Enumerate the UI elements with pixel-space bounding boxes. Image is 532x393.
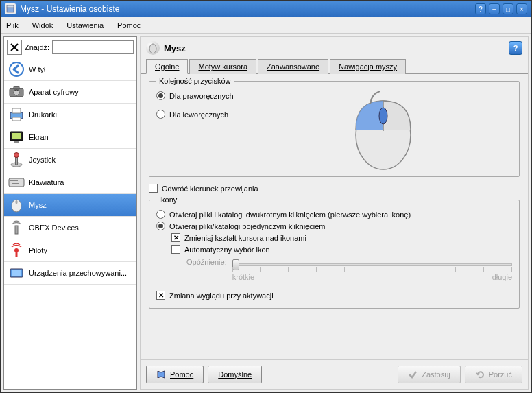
menu-view[interactable]: Widok (29, 20, 56, 31)
tab-general[interactable]: Ogólne (146, 59, 188, 74)
tab-cursor-theme[interactable]: Motyw kursora (189, 59, 256, 74)
radio-left-handed[interactable] (156, 110, 165, 119)
svg-point-6 (14, 90, 19, 95)
svg-rect-20 (14, 180, 16, 181)
radio-single-click[interactable] (156, 222, 165, 230)
svg-point-16 (14, 153, 19, 158)
help-button-label: Pomoc (170, 370, 193, 379)
menubar: Plik Widok Ustawienia Pomoc (1, 17, 531, 34)
svg-rect-26 (15, 226, 18, 234)
svg-rect-12 (12, 133, 21, 139)
tab-advanced[interactable]: Zaawansowane (258, 59, 328, 74)
delay-max-label: długie (492, 273, 512, 281)
close-button[interactable]: × (516, 3, 527, 14)
search-label: Znajdź: (25, 43, 49, 51)
sidebar-item-obex[interactable]: OBEX Devices (4, 217, 136, 239)
svg-rect-18 (10, 180, 12, 181)
apply-button-label: Zastosuj (422, 370, 450, 379)
tabbar: Ogólne Motyw kursora Zaawansowane Nawiga… (141, 59, 528, 74)
footer: Pomoc Domyślne Zastosuj Porzuć (141, 359, 528, 389)
svg-rect-25 (16, 200, 18, 204)
storage-icon (8, 265, 25, 281)
svg-point-31 (149, 44, 156, 53)
main-panel: Mysz ? Ogólne Motyw kursora Zaawansowane… (140, 36, 529, 390)
undo-icon (475, 370, 485, 379)
sidebar-item-mouse[interactable]: Mysz (4, 194, 136, 217)
panel-title: Mysz (164, 43, 186, 53)
sidebar-item-storage[interactable]: Urządzenia przechowywani... (4, 262, 136, 285)
fieldset-button-order: Kolejność przycisków Dla praworęcznych D… (149, 81, 520, 177)
menu-file[interactable]: Plik (3, 20, 21, 31)
sidebar-item-label: Joystick (29, 156, 56, 164)
sidebar-item-label: Urządzenia przechowywani... (29, 269, 127, 277)
help-button[interactable]: Pomoc (146, 366, 204, 383)
sidebar-item-label: W tył (29, 65, 45, 73)
check-change-look-activate-label[interactable]: Zmiana wyglądu przy aktywacji (169, 291, 274, 300)
delay-min-label: krótkie (232, 273, 254, 281)
svg-rect-9 (12, 108, 21, 113)
delay-slider-label: Opóźnienie: (186, 258, 227, 266)
check-change-cursor[interactable] (171, 233, 180, 242)
sidebar-item-keyboard[interactable]: Klawiatura (4, 171, 136, 194)
keyboard-icon (8, 174, 25, 191)
mouse-icon (8, 197, 25, 213)
remote-icon (8, 242, 25, 259)
back-icon (8, 61, 25, 78)
printer-icon (8, 106, 25, 123)
check-change-cursor-label[interactable]: Zmieniaj kształt kursora nad ikonami (184, 234, 306, 242)
slider-track (232, 263, 512, 266)
delay-slider: krótkie długie (232, 258, 512, 281)
settings-window: Mysz - Ustawienia osobiste ? − □ × Plik … (0, 0, 532, 393)
sidebar-item-joystick[interactable]: Joystick (4, 149, 136, 171)
svg-rect-21 (16, 180, 18, 181)
svg-point-4 (10, 62, 23, 76)
svg-rect-30 (12, 270, 21, 276)
sidebar-item-label: OBEX Devices (29, 224, 79, 232)
sidebar: Znajdź: W tył Aparat cyfrowy Drukarki (3, 36, 137, 390)
clear-search-icon[interactable] (7, 40, 22, 55)
defaults-button[interactable]: Domyślne (208, 366, 262, 383)
sidebar-item-label: Ekran (29, 133, 49, 141)
tab-content: Kolejność przycisków Dla praworęcznych D… (141, 74, 528, 359)
check-auto-select-label[interactable]: Automatyczny wybór ikon (184, 246, 270, 254)
sidebar-item-back[interactable]: W tył (4, 58, 136, 81)
check-reverse-scroll-label[interactable]: Odwróć kierunek przewijania (162, 184, 258, 193)
sidebar-item-remotes[interactable]: Piloty (4, 239, 136, 262)
panel-help-button[interactable]: ? (509, 41, 522, 55)
svg-point-34 (379, 108, 387, 124)
reset-button: Porzuć (465, 366, 522, 383)
svg-rect-0 (7, 8, 14, 12)
apply-button: Zastosuj (398, 366, 461, 383)
svg-rect-17 (9, 178, 24, 187)
panel-header: Mysz ? (141, 37, 528, 59)
radio-double-click[interactable] (156, 210, 165, 219)
menu-settings[interactable]: Ustawienia (64, 20, 106, 31)
maximize-button[interactable]: □ (503, 3, 513, 14)
window-title: Mysz - Ustawienia osobiste (20, 4, 475, 14)
display-icon (8, 129, 25, 145)
sidebar-item-display[interactable]: Ekran (4, 126, 136, 149)
sidebar-item-camera[interactable]: Aparat cyfrowy (4, 81, 136, 104)
titlebar-icon (5, 3, 16, 14)
menu-help[interactable]: Pomoc (114, 20, 143, 31)
check-auto-select[interactable] (171, 245, 180, 254)
sidebar-item-printers[interactable]: Drukarki (4, 104, 136, 126)
slider-ticks (232, 267, 512, 272)
delay-slider-row: Opóźnienie: krótkie długie (186, 258, 512, 281)
fieldset-icons: Ikony Otwieraj pliki i katalogi dwukrotn… (149, 200, 520, 309)
minimize-button[interactable]: − (489, 3, 500, 14)
joystick-icon (8, 152, 25, 168)
titlebar-help-button[interactable]: ? (475, 3, 486, 14)
check-change-look-activate[interactable] (156, 291, 165, 300)
check-reverse-scroll[interactable] (149, 184, 158, 193)
radio-single-click-label[interactable]: Otwieraj pliki/katalogi pojedynczym klik… (169, 222, 325, 230)
radio-double-click-label[interactable]: Otwieraj pliki i katalogi dwukrotnym kli… (169, 211, 411, 219)
svg-rect-1 (7, 5, 14, 8)
radio-left-handed-label[interactable]: Dla leworęcznych (169, 110, 228, 119)
sidebar-item-label: Aparat cyfrowy (29, 88, 79, 96)
searchbar: Znajdź: (4, 37, 136, 58)
tab-mouse-nav[interactable]: Nawigacja myszy (330, 59, 406, 74)
radio-right-handed-label[interactable]: Dla praworęcznych (169, 92, 234, 100)
radio-right-handed[interactable] (156, 91, 165, 100)
search-input[interactable] (52, 40, 134, 54)
